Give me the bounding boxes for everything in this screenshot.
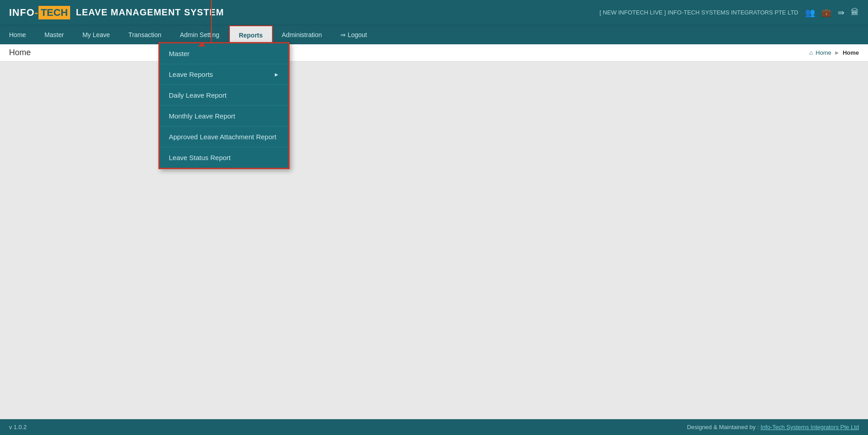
reports-dropdown: Master Leave Reports ► Daily Leave Repor… (158, 42, 290, 169)
nav-transaction[interactable]: Transaction (119, 26, 171, 44)
logo-info: INFO (9, 7, 35, 19)
dropdown-item-approved-leave[interactable]: Approved Leave Attachment Report (160, 127, 288, 147)
dropdown-item-leave-status-report-label: Leave Status Report (169, 154, 231, 161)
nav-administration[interactable]: Administration (273, 26, 332, 44)
dropdown-item-daily-leave-report-label: Daily Leave Report (169, 91, 227, 99)
bank-icon[interactable]: 🏛 (851, 8, 859, 17)
navbar: Home Master My Leave Transaction Admin S… (0, 25, 868, 44)
header-left: INFO - TECH LEAVE MANAGEMENT SYSTEM (9, 6, 224, 19)
version-text: v 1.0.2 (9, 424, 27, 430)
app-title: LEAVE MANAGEMENT SYSTEM (76, 7, 224, 18)
nav-wrapper: Home Master My Leave Transaction Admin S… (0, 25, 868, 44)
dropdown-item-approved-leave-label: Approved Leave Attachment Report (169, 133, 277, 141)
dropdown-item-daily-leave-report[interactable]: Daily Leave Report (160, 85, 288, 106)
nav-master[interactable]: Master (35, 26, 73, 44)
nav-admin-setting[interactable]: Admin Setting (171, 26, 229, 44)
nav-my-leave[interactable]: My Leave (73, 26, 119, 44)
footer-right: Designed & Maintained by : Info-Tech Sys… (687, 424, 859, 430)
dropdown-item-leave-status-report[interactable]: Leave Status Report (160, 147, 288, 168)
breadcrumb: ⌂ Home ► Home (809, 49, 859, 56)
page-title: Home (9, 48, 31, 57)
header: INFO - TECH LEAVE MANAGEMENT SYSTEM [ NE… (0, 0, 868, 25)
chevron-right-icon: ► (274, 71, 279, 78)
logo-dash: - (35, 7, 38, 19)
dropdown-item-master-label: Master (169, 50, 190, 57)
briefcase-icon[interactable]: 💼 (821, 8, 831, 18)
nav-logout[interactable]: ⇒ Logout (331, 26, 377, 44)
dropdown-item-master[interactable]: Master (160, 43, 288, 64)
header-icons: 👥 💼 ⇛ 🏛 (805, 8, 859, 18)
footer-company-link[interactable]: Info-Tech Systems Integrators Pte Ltd (761, 424, 859, 430)
logo: INFO - TECH (9, 6, 71, 19)
breadcrumb-separator: ► (834, 49, 840, 56)
breadcrumb-home-link[interactable]: Home (816, 49, 831, 56)
dropdown-item-leave-reports-label: Leave Reports (169, 71, 213, 78)
logo-tech: TECH (38, 6, 70, 19)
breadcrumb-bar: Home ⌂ Home ► Home (0, 44, 868, 61)
dropdown-item-leave-reports[interactable]: Leave Reports ► (160, 64, 288, 85)
footer: v 1.0.2 Designed & Maintained by : Info-… (0, 419, 868, 435)
nav-reports[interactable]: Reports (229, 25, 273, 44)
main-content (0, 61, 868, 419)
header-right: [ NEW INFOTECH LIVE ] INFO-TECH SYSTEMS … (600, 8, 859, 18)
grid-icon[interactable]: ⇛ (838, 8, 844, 18)
nav-home[interactable]: Home (0, 26, 35, 44)
footer-designed-text: Designed & Maintained by : (687, 424, 759, 430)
dropdown-item-monthly-leave-report-label: Monthly Leave Report (169, 112, 235, 120)
home-icon: ⌂ (809, 49, 813, 56)
org-text: [ NEW INFOTECH LIVE ] INFO-TECH SYSTEMS … (600, 9, 798, 16)
breadcrumb-current: Home (843, 49, 859, 56)
dropdown-item-monthly-leave-report[interactable]: Monthly Leave Report (160, 106, 288, 127)
users-icon[interactable]: 👥 (805, 8, 815, 18)
